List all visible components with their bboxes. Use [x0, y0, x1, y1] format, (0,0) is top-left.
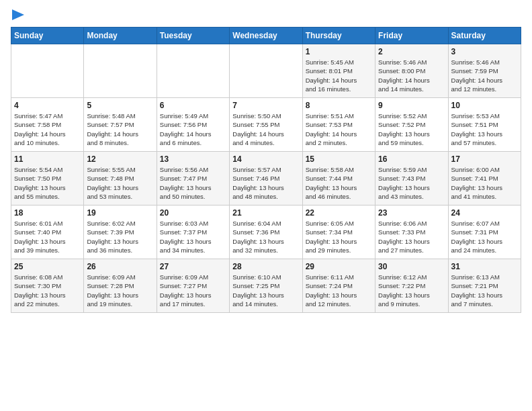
day-info: Sunrise: 6:06 AMSunset: 7:33 PMDaylight:… — [378, 219, 445, 255]
day-info-line: Daylight: 13 hours — [306, 237, 372, 246]
day-info-line: Daylight: 13 hours — [451, 237, 518, 246]
week-row-0: 1Sunrise: 5:45 AMSunset: 8:01 PMDaylight… — [11, 44, 521, 98]
calendar-cell: 12Sunrise: 5:55 AMSunset: 7:48 PMDayligh… — [84, 152, 157, 205]
day-info-line: Sunrise: 5:59 AM — [378, 165, 445, 174]
day-info-line: Sunset: 7:39 PM — [87, 228, 153, 236]
day-info-line: and 12 minutes. — [451, 85, 518, 93]
calendar-cell: 29Sunrise: 6:11 AMSunset: 7:24 PMDayligh… — [302, 259, 375, 313]
calendar-cell — [84, 44, 157, 98]
day-info-line: Daylight: 13 hours — [232, 237, 299, 246]
day-number: 5 — [87, 101, 153, 110]
day-info-line: and 8 minutes. — [87, 138, 153, 147]
day-info: Sunrise: 5:49 AMSunset: 7:56 PMDaylight:… — [160, 111, 226, 147]
day-number: 30 — [378, 262, 445, 271]
day-info-line: and 46 minutes. — [306, 192, 372, 201]
day-info: Sunrise: 5:47 AMSunset: 7:58 PMDaylight:… — [14, 111, 81, 147]
day-info-line: Daylight: 13 hours — [160, 183, 226, 192]
calendar-cell: 28Sunrise: 6:10 AMSunset: 7:25 PMDayligh… — [230, 259, 302, 313]
day-info-line: Sunrise: 5:47 AM — [14, 111, 81, 120]
day-info: Sunrise: 5:51 AMSunset: 7:53 PMDaylight:… — [306, 111, 372, 147]
day-info: Sunrise: 6:12 AMSunset: 7:22 PMDaylight:… — [378, 273, 445, 308]
day-info-line: Sunset: 7:55 PM — [232, 120, 299, 129]
day-info: Sunrise: 5:58 AMSunset: 7:44 PMDaylight:… — [306, 165, 372, 201]
day-info-line: Sunrise: 5:46 AM — [378, 58, 445, 66]
day-info-line: Daylight: 14 hours — [306, 130, 372, 138]
day-number: 18 — [14, 208, 81, 218]
day-info-line: Sunset: 7:56 PM — [160, 120, 226, 129]
day-number: 23 — [378, 208, 445, 218]
day-info-line: and 10 minutes. — [14, 138, 81, 147]
day-number: 15 — [306, 154, 372, 164]
svg-marker-0 — [12, 9, 24, 20]
day-info-line: Sunset: 8:00 PM — [378, 66, 445, 75]
day-info: Sunrise: 6:01 AMSunset: 7:40 PMDaylight:… — [14, 219, 81, 255]
weekday-header-sunday: Sunday — [11, 28, 84, 44]
day-info-line: Sunset: 7:46 PM — [232, 174, 299, 183]
day-info-line: Daylight: 13 hours — [232, 291, 299, 300]
day-info-line: Sunset: 7:36 PM — [232, 228, 299, 236]
day-info-line: Sunrise: 6:10 AM — [232, 273, 299, 281]
calendar-cell: 18Sunrise: 6:01 AMSunset: 7:40 PMDayligh… — [11, 205, 84, 259]
day-info-line: and 48 minutes. — [232, 192, 299, 201]
day-info-line: Daylight: 13 hours — [14, 291, 81, 300]
day-number: 8 — [306, 101, 372, 110]
day-info-line: Sunrise: 6:09 AM — [87, 273, 153, 281]
page-container: SundayMondayTuesdayWednesdayThursdayFrid… — [0, 0, 532, 318]
week-row-3: 18Sunrise: 6:01 AMSunset: 7:40 PMDayligh… — [11, 205, 521, 259]
calendar-cell: 3Sunrise: 5:46 AMSunset: 7:59 PMDaylight… — [448, 44, 521, 98]
day-info-line: Sunset: 7:47 PM — [160, 174, 226, 183]
day-info-line: Sunrise: 5:51 AM — [306, 111, 372, 120]
day-info-line: Sunset: 7:58 PM — [14, 120, 81, 129]
day-number: 27 — [160, 262, 226, 271]
calendar-cell — [11, 44, 84, 98]
day-number: 20 — [160, 208, 226, 218]
day-info-line: and 9 minutes. — [378, 300, 445, 308]
day-info: Sunrise: 6:11 AMSunset: 7:24 PMDaylight:… — [306, 273, 372, 308]
day-info-line: and 24 minutes. — [451, 246, 518, 255]
day-info-line: Daylight: 14 hours — [87, 130, 153, 138]
day-info: Sunrise: 5:53 AMSunset: 7:51 PMDaylight:… — [451, 111, 518, 147]
day-info: Sunrise: 5:55 AMSunset: 7:48 PMDaylight:… — [87, 165, 153, 201]
day-info-line: Daylight: 13 hours — [378, 183, 445, 192]
day-info-line: Sunrise: 5:54 AM — [14, 165, 81, 174]
day-info-line: Daylight: 14 hours — [378, 76, 445, 85]
calendar-cell: 17Sunrise: 6:00 AMSunset: 7:41 PMDayligh… — [448, 152, 521, 205]
day-info-line: Sunrise: 5:52 AM — [378, 111, 445, 120]
day-number: 19 — [87, 208, 153, 218]
day-info-line: Daylight: 13 hours — [306, 183, 372, 192]
day-info: Sunrise: 5:57 AMSunset: 7:46 PMDaylight:… — [232, 165, 299, 201]
calendar-header: SundayMondayTuesdayWednesdayThursdayFrid… — [11, 28, 521, 44]
day-info-line: Daylight: 13 hours — [87, 237, 153, 246]
day-info-line: Daylight: 13 hours — [378, 291, 445, 300]
day-info-line: Sunrise: 6:04 AM — [232, 219, 299, 228]
calendar-cell: 19Sunrise: 6:02 AMSunset: 7:39 PMDayligh… — [84, 205, 157, 259]
day-info: Sunrise: 6:09 AMSunset: 7:27 PMDaylight:… — [160, 273, 226, 308]
day-info-line: and 53 minutes. — [87, 192, 153, 201]
day-info-line: Daylight: 14 hours — [306, 76, 372, 85]
day-info: Sunrise: 5:54 AMSunset: 7:50 PMDaylight:… — [14, 165, 81, 201]
day-info-line: Sunrise: 6:08 AM — [14, 273, 81, 281]
day-info-line: Daylight: 13 hours — [160, 237, 226, 246]
weekday-header-friday: Friday — [375, 28, 448, 44]
day-info-line: Sunrise: 6:05 AM — [306, 219, 372, 228]
day-info-line: Sunset: 7:34 PM — [306, 228, 372, 236]
day-info-line: Sunrise: 6:09 AM — [160, 273, 226, 281]
day-info-line: Sunset: 7:51 PM — [451, 120, 518, 129]
weekday-header-thursday: Thursday — [302, 28, 375, 44]
day-info-line: Daylight: 13 hours — [378, 130, 445, 138]
day-info-line: Sunset: 7:21 PM — [451, 281, 518, 290]
day-number: 4 — [14, 101, 81, 110]
day-info-line: Daylight: 13 hours — [14, 237, 81, 246]
day-info: Sunrise: 6:08 AMSunset: 7:30 PMDaylight:… — [14, 273, 81, 308]
day-number: 6 — [160, 101, 226, 110]
calendar-cell: 15Sunrise: 5:58 AMSunset: 7:44 PMDayligh… — [302, 152, 375, 205]
day-info-line: Daylight: 13 hours — [451, 130, 518, 138]
day-info-line: Sunset: 7:44 PM — [306, 174, 372, 183]
weekday-header-tuesday: Tuesday — [157, 28, 229, 44]
day-info: Sunrise: 5:52 AMSunset: 7:52 PMDaylight:… — [378, 111, 445, 147]
day-info-line: Sunset: 7:37 PM — [160, 228, 226, 236]
calendar-cell: 6Sunrise: 5:49 AMSunset: 7:56 PMDaylight… — [157, 98, 229, 152]
day-number: 17 — [451, 154, 518, 164]
day-info-line: Sunset: 7:27 PM — [160, 281, 226, 290]
day-info-line: and 6 minutes. — [160, 138, 226, 147]
